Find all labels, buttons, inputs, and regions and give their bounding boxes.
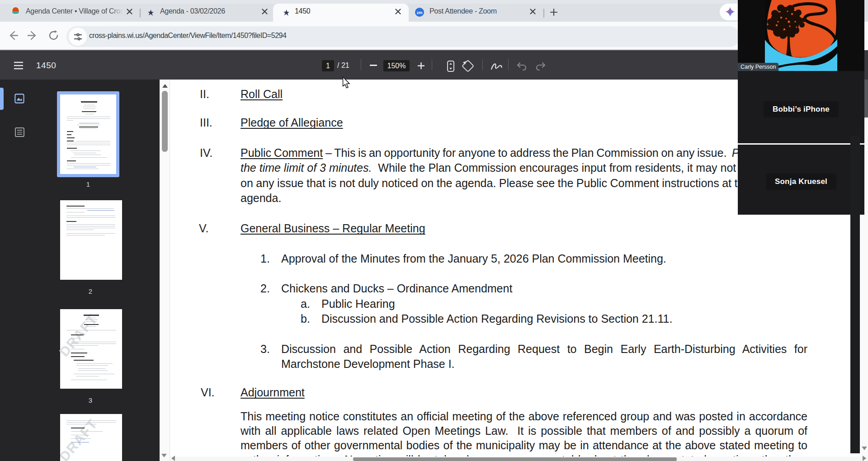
svg-text:zm: zm [417,10,423,15]
